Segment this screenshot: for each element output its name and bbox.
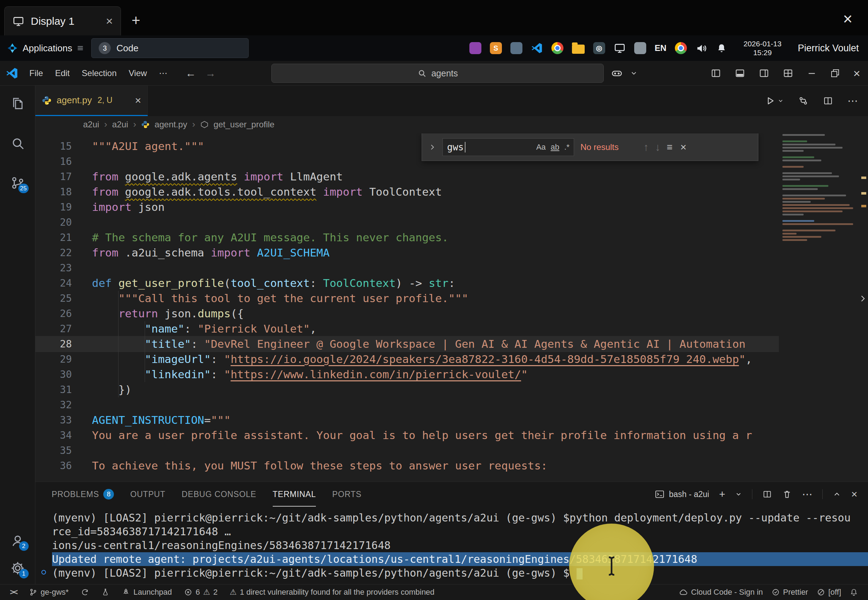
chevron-down-icon[interactable] [735, 491, 742, 498]
toggle-secondary-sidebar-icon[interactable] [758, 68, 770, 79]
explorer-icon[interactable] [10, 96, 25, 111]
back-button[interactable]: ← [185, 67, 196, 79]
chevron-right-icon[interactable] [858, 294, 867, 303]
window-close-icon[interactable]: × [843, 9, 853, 28]
copilot-icon[interactable] [611, 67, 623, 79]
whole-word-button[interactable]: ab [551, 142, 559, 152]
tray-notifications[interactable] [716, 42, 727, 54]
panel-tab-ports[interactable]: PORTS [332, 482, 361, 507]
git-branch-status[interactable]: ge-gws* [25, 588, 73, 597]
tray-app-1[interactable] [469, 42, 481, 54]
find-next-icon[interactable]: ↓ [655, 141, 660, 153]
close-tab-icon[interactable]: × [106, 14, 113, 28]
menu-more[interactable]: ⋯ [153, 68, 173, 78]
more-actions-icon[interactable]: ⋯ [802, 489, 812, 500]
vnc-tab-title: Display 1 [31, 15, 100, 27]
regex-button[interactable]: .* [564, 142, 570, 152]
find-input[interactable]: gws Aa ab .* [443, 138, 574, 156]
menu-view[interactable]: View [123, 68, 153, 78]
panel-tab-debug-console[interactable]: DEBUG CONSOLE [182, 482, 256, 507]
forward-button[interactable]: → [205, 67, 216, 79]
taskbar-window-code[interactable]: 3 Code [91, 38, 249, 58]
panel-tab-terminal[interactable]: TERMINAL [273, 482, 316, 507]
launchpad-status[interactable]: Launchpad [118, 588, 176, 597]
run-button[interactable] [765, 95, 784, 106]
breadcrumb-file[interactable]: agent.py [154, 120, 187, 129]
tray-display-settings[interactable] [614, 42, 626, 54]
find-previous-icon[interactable]: ↑ [643, 141, 649, 153]
terminal[interactable]: (myenv) [LOAS2] pierrick@pierrick:~/git/… [35, 507, 868, 584]
beaker-status-icon[interactable] [97, 588, 114, 597]
close-icon[interactable]: × [680, 141, 687, 153]
panel-tab-problems[interactable]: PROBLEMS 8 [51, 482, 114, 507]
close-icon[interactable]: × [135, 94, 141, 106]
search-view-icon[interactable] [10, 136, 25, 151]
chevron-down-icon[interactable] [630, 69, 638, 77]
menu-edit[interactable]: Edit [49, 68, 76, 78]
line-number: 33 [35, 412, 72, 428]
source-control-icon[interactable]: 25 [10, 176, 25, 190]
editor[interactable]: 15"""A2UI agent."""1617from google.adk.a… [35, 133, 868, 482]
new-tab-button[interactable]: + [132, 12, 141, 29]
search-box[interactable]: agents [271, 64, 604, 83]
prettier-status[interactable]: Prettier [767, 588, 812, 597]
split-editor-icon[interactable] [823, 95, 833, 106]
tray-screenshot-tool[interactable]: ◎ [593, 42, 605, 54]
settings-gear-icon[interactable]: 1 [10, 561, 25, 576]
split-terminal-icon[interactable] [762, 489, 772, 499]
more-actions-icon[interactable]: ⋯ [847, 95, 858, 106]
tray-vscode[interactable] [531, 42, 543, 54]
applications-menu[interactable]: Applications [6, 42, 84, 54]
find-in-selection-icon[interactable]: ≡ [667, 141, 672, 153]
cloud-code-label: Cloud Code - Sign in [691, 588, 763, 597]
close-panel-icon[interactable]: × [851, 489, 857, 500]
notifications-bell-icon[interactable] [845, 588, 862, 597]
minimap[interactable] [779, 133, 857, 482]
maximize-panel-icon[interactable] [833, 490, 841, 498]
menu-handle-icon [76, 44, 84, 52]
breadcrumb-symbol[interactable]: get_user_profile [214, 120, 274, 129]
tray-chrome[interactable] [675, 42, 687, 54]
toggle-panel-icon[interactable] [734, 68, 746, 79]
new-terminal-button[interactable]: + [719, 489, 726, 500]
panel-tab-output[interactable]: OUTPUT [130, 482, 165, 507]
toggle-sidebar-icon[interactable] [710, 68, 721, 79]
cloud-code-status[interactable]: Cloud Code - Sign in [674, 588, 767, 597]
code-text [72, 215, 92, 230]
account-icon[interactable]: 2 [10, 533, 25, 548]
menu-selection[interactable]: Selection [76, 68, 123, 78]
open-changes-icon[interactable] [798, 95, 809, 106]
line-number: 31 [35, 382, 72, 397]
code-text: "title": "DevRel Engineer @ Google Works… [72, 336, 746, 352]
user-menu[interactable]: Pierrick Voulet [798, 43, 859, 54]
tray-volume[interactable] [696, 42, 708, 54]
clock[interactable]: 2026-01-13 15:29 [744, 39, 781, 57]
system-tray: S◎EN [469, 42, 727, 54]
tray-app-3[interactable] [510, 42, 522, 54]
menu-file[interactable]: File [23, 68, 49, 78]
tray-utility[interactable] [634, 42, 646, 54]
problems-status[interactable]: 6 ⚠ 2 [180, 588, 222, 597]
tab-agent-py[interactable]: agent.py 2, U × [35, 86, 148, 116]
tray-chrome-profile[interactable] [552, 42, 564, 54]
tray-app-2[interactable]: S [490, 42, 502, 54]
breadcrumb-folder[interactable]: a2ui [83, 120, 99, 129]
line-number: 15 [35, 139, 72, 154]
remote-indicator[interactable]: >< [6, 588, 21, 597]
vnc-tab-display1[interactable]: Display 1 × [4, 6, 121, 35]
command-decoration-icon[interactable] [41, 570, 46, 574]
sync-status[interactable] [76, 588, 94, 597]
kill-terminal-icon[interactable] [782, 489, 792, 499]
toggle-replace-icon[interactable] [428, 143, 436, 151]
tray-file-manager[interactable] [572, 45, 585, 54]
restore-button[interactable] [830, 68, 841, 79]
close-button[interactable]: × [853, 67, 860, 79]
customize-layout-icon[interactable] [782, 68, 794, 79]
feature-off-status[interactable]: [off] [812, 588, 845, 597]
minimize-button[interactable] [806, 68, 817, 79]
terminal-instance[interactable]: bash - a2ui [655, 489, 709, 499]
tray-keyboard-layout[interactable]: EN [655, 43, 666, 53]
match-case-button[interactable]: Aa [536, 142, 546, 152]
breadcrumb-folder[interactable]: a2ui [112, 120, 128, 129]
vulnerability-status[interactable]: ⚠ 1 direct vulnerability found for all t… [225, 588, 439, 597]
